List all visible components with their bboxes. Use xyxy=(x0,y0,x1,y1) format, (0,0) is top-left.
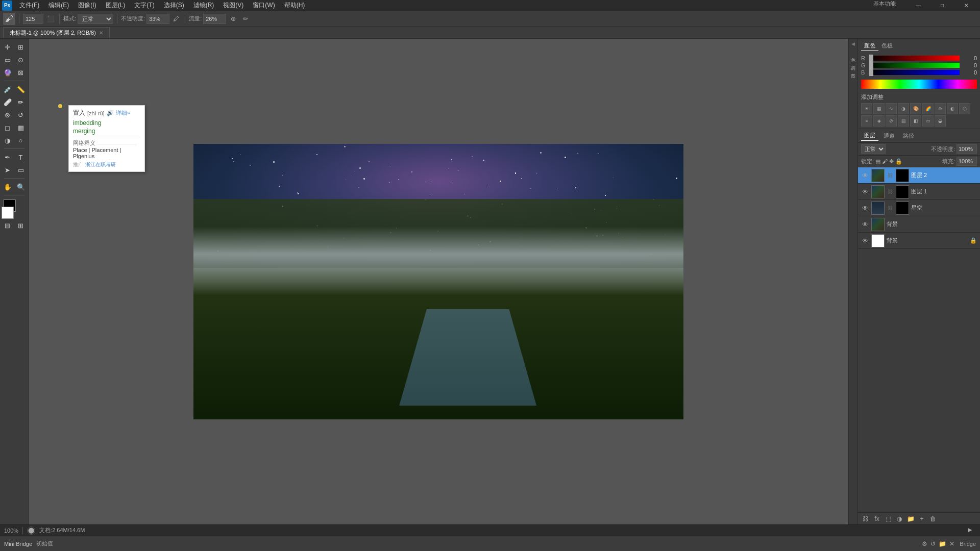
flow-icon[interactable]: ⊕ xyxy=(228,14,238,24)
channelmixer-adjust-icon[interactable]: ≡ xyxy=(861,115,872,127)
add-adjustment-icon[interactable]: ◑ xyxy=(895,514,904,523)
layer-item-1[interactable]: 👁 ⛓ 图层 1 xyxy=(858,184,980,200)
add-layer-icon[interactable]: + xyxy=(917,514,926,523)
colerlookup-icon[interactable]: ◈ xyxy=(873,115,885,127)
close-button[interactable]: ✕ xyxy=(954,0,978,11)
marquee-tool[interactable]: ▭ xyxy=(2,54,14,66)
background-color[interactable] xyxy=(2,207,14,219)
menu-view[interactable]: 视图(V) xyxy=(219,0,248,11)
menu-text[interactable]: 文字(T) xyxy=(130,0,158,11)
exposure-adjust-icon[interactable]: ◑ xyxy=(898,103,909,114)
lasso-tool[interactable]: ⊙ xyxy=(15,54,27,66)
add-mask-icon[interactable]: ⬚ xyxy=(884,514,893,523)
blur-tool[interactable]: ◑ xyxy=(2,134,14,146)
dodge-tool[interactable]: ○ xyxy=(15,134,27,146)
brush-tool-icon[interactable]: 🖌 xyxy=(3,13,15,25)
tab-swatches[interactable]: 色板 xyxy=(878,41,896,51)
layer-item-white[interactable]: 👁 背景 🔒 xyxy=(858,233,980,249)
panel-icon-color[interactable]: 色 xyxy=(849,50,857,58)
layer-item-2[interactable]: 👁 ⛓ 图层 2 xyxy=(858,167,980,184)
add-style-icon[interactable]: fx xyxy=(872,514,881,523)
panel-icon-layers[interactable]: 图 xyxy=(849,66,857,74)
tooltip-word-1[interactable]: imbedding xyxy=(73,119,140,127)
mini-bridge-settings-icon[interactable]: ⚙ xyxy=(922,540,927,547)
menu-file[interactable]: 文件(F) xyxy=(15,0,43,11)
tooltip-ad-link[interactable]: 浙江在职考研 xyxy=(85,161,116,168)
photofilter-adjust-icon[interactable]: ⬡ xyxy=(959,103,970,114)
brush-size-input[interactable] xyxy=(23,14,43,24)
selectivecolor-icon[interactable]: ◒ xyxy=(935,115,946,127)
mini-bridge-folder-icon[interactable]: 📁 xyxy=(939,540,946,547)
tab-paths[interactable]: 路径 xyxy=(900,131,917,141)
mode-select[interactable]: 正常 xyxy=(78,14,113,24)
eraser-tool[interactable]: ◻ xyxy=(2,121,14,134)
vibrance-adjust-icon[interactable]: 🎨 xyxy=(910,103,921,114)
opacity-value-input[interactable] xyxy=(957,144,977,154)
invert-icon[interactable]: ⊘ xyxy=(886,115,897,127)
layer-item-bg[interactable]: 👁 背景 xyxy=(858,216,980,233)
status-arrow-icon[interactable]: ▶ xyxy=(968,527,976,535)
color-spectrum-bar[interactable] xyxy=(861,80,977,89)
posterize-icon[interactable]: ▤ xyxy=(898,115,909,127)
lock-all-icon[interactable]: 🔒 xyxy=(895,158,902,165)
hue-adjust-icon[interactable]: 🌈 xyxy=(922,103,934,114)
eyedropper-tool[interactable]: 💉 xyxy=(2,83,14,95)
delete-layer-icon[interactable]: 🗑 xyxy=(928,514,938,523)
menu-layer[interactable]: 图层(L) xyxy=(102,0,130,11)
opacity-input[interactable] xyxy=(146,14,169,24)
menu-filter[interactable]: 滤镜(R) xyxy=(189,0,218,11)
curves-adjust-icon[interactable]: ∿ xyxy=(886,103,897,114)
mini-bridge-close-icon[interactable]: ✕ xyxy=(949,540,954,547)
maximize-button[interactable]: □ xyxy=(930,0,954,11)
lock-transparent-icon[interactable]: ▤ xyxy=(875,158,880,165)
bw-adjust-icon[interactable]: ◐ xyxy=(947,103,958,114)
clone-tool[interactable]: ⊗ xyxy=(2,109,14,121)
tooltip-word-2[interactable]: merging xyxy=(73,128,140,135)
add-group-icon[interactable]: 📁 xyxy=(906,514,915,523)
layer-visibility-2[interactable]: 👁 xyxy=(861,172,869,179)
blue-slider[interactable] xyxy=(869,70,960,75)
menu-select[interactable]: 选择(S) xyxy=(160,0,188,11)
layer-visibility-white[interactable]: 👁 xyxy=(861,237,869,244)
layer-visibility-sky[interactable]: 👁 xyxy=(861,205,869,212)
lock-paint-icon[interactable]: 🖌 xyxy=(882,158,888,164)
mini-bridge-refresh-icon[interactable]: ↺ xyxy=(930,540,936,547)
opacity-icon[interactable]: 🖊 xyxy=(171,14,181,24)
move-tool[interactable]: ✛ xyxy=(2,41,14,53)
flow-input[interactable] xyxy=(203,14,226,24)
levels-adjust-icon[interactable]: ▦ xyxy=(873,103,885,114)
minimize-button[interactable]: — xyxy=(906,0,930,11)
quick-mask-tool[interactable]: ⊟ xyxy=(2,219,14,232)
brush-tool[interactable]: ✏ xyxy=(15,96,27,108)
tab-close-icon[interactable]: ✕ xyxy=(99,30,103,36)
text-tool[interactable]: T xyxy=(15,151,27,163)
tooltip-detail-link[interactable]: 详细» xyxy=(116,109,130,117)
tab-layers[interactable]: 图层 xyxy=(861,131,878,141)
quick-select-tool[interactable]: 🔮 xyxy=(2,66,14,79)
tab-document[interactable]: 未标题-1 @ 100% (图层 2, RGB/8) ✕ xyxy=(3,27,110,38)
blend-mode-select[interactable]: 正常 xyxy=(861,144,886,154)
ruler-tool[interactable]: 📏 xyxy=(15,83,27,95)
menu-help[interactable]: 帮助(H) xyxy=(280,0,309,11)
status-icon[interactable]: ⬤ xyxy=(27,527,35,535)
spot-heal-tool[interactable]: 🩹 xyxy=(2,96,14,108)
layer-visibility-bg[interactable]: 👁 xyxy=(861,221,869,228)
menu-image[interactable]: 图像(I) xyxy=(74,0,100,11)
colorbalance-adjust-icon[interactable]: ⊕ xyxy=(935,103,946,114)
lock-position-icon[interactable]: ✥ xyxy=(889,158,894,165)
brush-preset-icon[interactable]: ⬛ xyxy=(45,14,56,24)
zoom-tool[interactable]: 🔍 xyxy=(15,181,27,193)
hand-tool[interactable]: ✋ xyxy=(2,181,14,193)
pen-tool[interactable]: ✒ xyxy=(2,151,14,163)
airbrush-icon[interactable]: ✏ xyxy=(240,14,251,24)
collapse-icon[interactable]: ◀ xyxy=(849,40,857,48)
menu-edit[interactable]: 编辑(E) xyxy=(44,0,73,11)
fill-value-input[interactable] xyxy=(957,157,977,166)
shape-tool[interactable]: ▭ xyxy=(15,164,27,176)
red-slider[interactable] xyxy=(869,56,960,61)
path-select-tool[interactable]: ➤ xyxy=(2,164,14,176)
gradientmap-icon[interactable]: ▭ xyxy=(922,115,934,127)
crop-tool[interactable]: ⊠ xyxy=(15,66,27,79)
menu-window[interactable]: 窗口(W) xyxy=(249,0,279,11)
threshold-icon[interactable]: ◧ xyxy=(910,115,921,127)
